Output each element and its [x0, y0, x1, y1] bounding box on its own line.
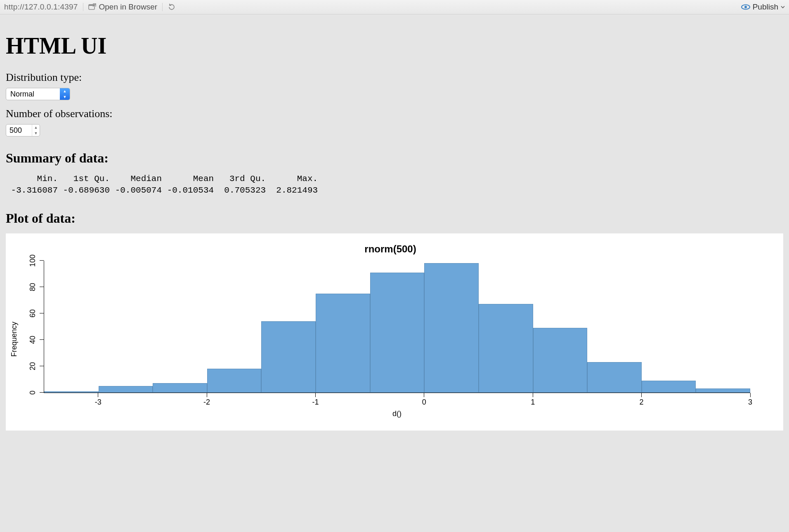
plot-panel: rnorm(500) Frequency 020406080100 -3-2-1… [6, 233, 783, 431]
page-body: HTML UI Distribution type: Normal ▲▼ Num… [0, 14, 789, 447]
observations-label: Number of observations: [6, 108, 783, 120]
y-tick-mark [40, 339, 44, 340]
x-tick-mark [750, 393, 750, 397]
y-axis-label: Frequency [10, 261, 20, 393]
summary-output: Min. 1st Qu. Median Mean 3rd Qu. Max. -3… [6, 173, 783, 197]
histogram-bar [370, 273, 425, 393]
x-tick-mark [641, 393, 642, 397]
y-tick-label: 60 [28, 309, 37, 318]
x-tick-label: 3 [748, 398, 752, 407]
x-tick-mark [315, 393, 316, 397]
x-tick-label: 1 [531, 398, 535, 407]
histogram-bar [99, 386, 153, 393]
y-tick-label: 80 [28, 283, 37, 291]
window-popout-icon [88, 3, 97, 11]
publish-label: Publish [753, 2, 778, 12]
y-tick-label: 0 [28, 391, 37, 395]
histogram-bar [424, 263, 479, 393]
plot-heading: Plot of data: [6, 211, 783, 226]
y-tick-mark [40, 260, 44, 261]
y-axis: 020406080100 [20, 261, 44, 393]
x-tick-mark [424, 393, 424, 397]
y-tick-label: 100 [28, 254, 37, 267]
distribution-label: Distribution type: [6, 71, 783, 84]
address-url: http://127.0.0.1:4397 [4, 2, 78, 12]
y-tick-label: 20 [28, 362, 37, 370]
toolbar-separator [162, 3, 163, 11]
y-tick-label: 40 [28, 336, 37, 344]
toolbar-separator [83, 3, 83, 11]
chevron-down-icon [781, 5, 785, 9]
histogram-bar [44, 391, 99, 393]
histogram-bar [587, 362, 642, 393]
x-tick-label: 2 [640, 398, 644, 407]
histogram-bar [261, 321, 316, 393]
histogram-bar [316, 294, 370, 393]
open-in-browser-label: Open in Browser [99, 2, 158, 12]
page-title: HTML UI [6, 33, 783, 59]
x-axis-label: d() [44, 410, 750, 418]
x-axis: -3-2-10123 [44, 393, 750, 404]
x-tick-mark [207, 393, 207, 397]
reload-button[interactable] [168, 3, 176, 11]
x-tick-mark [533, 393, 533, 397]
select-stepper-icon: ▲▼ [60, 88, 70, 100]
x-tick-label: -2 [203, 398, 210, 407]
histogram-bar [642, 381, 696, 393]
x-tick-label: -1 [312, 398, 319, 407]
histogram-bar [696, 388, 750, 393]
histogram-bar [207, 369, 262, 393]
open-in-browser-button[interactable]: Open in Browser [88, 2, 158, 12]
distribution-value: Normal [6, 88, 60, 100]
x-tick-label: -3 [95, 398, 102, 407]
y-tick-mark [40, 366, 44, 366]
viewer-toolbar: http://127.0.0.1:4397 Open in Browser Pu… [0, 0, 789, 14]
histogram-bar [533, 328, 588, 393]
x-tick-label: 0 [422, 398, 426, 407]
publish-icon [741, 4, 750, 10]
y-tick-mark [40, 392, 44, 393]
histogram-bar [153, 383, 207, 392]
svg-point-3 [744, 6, 747, 8]
summary-heading: Summary of data: [6, 151, 783, 166]
distribution-select[interactable]: Normal ▲▼ [6, 88, 70, 100]
histogram-bar [479, 304, 533, 392]
plot-area [44, 261, 750, 393]
y-tick-mark [40, 287, 44, 287]
plot-title: rnorm(500) [10, 243, 771, 255]
observations-value: 500 [6, 125, 32, 136]
number-stepper-icon: ▲▼ [32, 125, 40, 136]
publish-button[interactable]: Publish [741, 2, 785, 12]
observations-input[interactable]: 500 ▲▼ [6, 124, 40, 137]
reload-icon [168, 3, 176, 11]
y-tick-mark [40, 313, 44, 313]
x-tick-mark [98, 393, 98, 397]
